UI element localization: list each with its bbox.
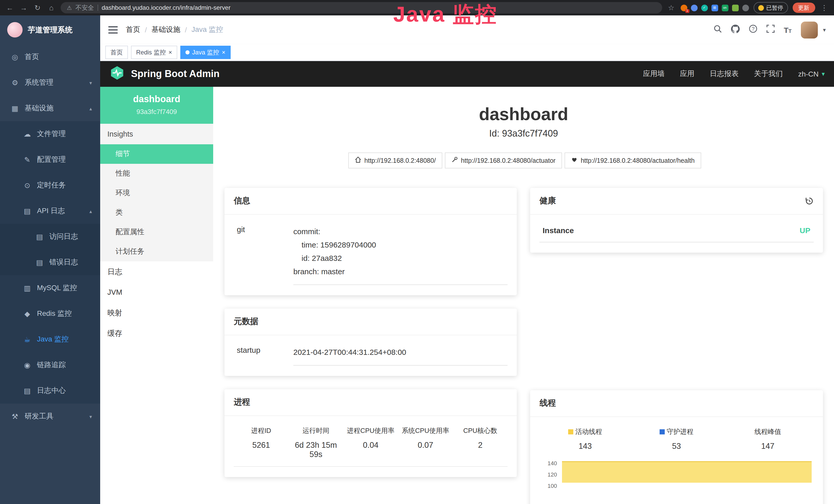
breadcrumb-item[interactable]: 首页 bbox=[126, 25, 140, 35]
timer-icon: ⊙ bbox=[23, 181, 32, 189]
sba-sidebar-item-logs[interactable]: 日志 bbox=[100, 261, 213, 282]
sba-sidebar-item-classes[interactable]: 类 bbox=[100, 203, 213, 222]
sba-sidebar-item-scheduled-tasks[interactable]: 计划任务 bbox=[100, 242, 213, 261]
extension-icon[interactable]: 1 bbox=[680, 4, 687, 11]
history-icon[interactable] bbox=[805, 197, 813, 205]
sba-sidebar-item-jvm[interactable]: JVM bbox=[100, 282, 213, 302]
not-secure-label[interactable]: 不安全 bbox=[75, 3, 94, 12]
sba-brand-title[interactable]: Spring Boot Admin bbox=[131, 68, 220, 79]
profile-paused-badge[interactable]: 已暂停 bbox=[753, 2, 788, 13]
sba-main-content: dashboard Id: 93a3fc7f7409 http://192.16… bbox=[213, 87, 834, 504]
sba-sidebar-item-metrics[interactable]: 性能 bbox=[100, 164, 213, 183]
url-text[interactable]: dashboard.yudao.iocoder.cn/infra/admin-s… bbox=[102, 4, 231, 11]
sidebar-item-tracing[interactable]: ◉ 链路追踪 bbox=[0, 352, 100, 378]
link-url: http://192.168.0.2:48080/actuator/health bbox=[581, 157, 695, 164]
extension-icon[interactable]: ⊞ bbox=[711, 4, 718, 11]
sidebar-item-java-monitor[interactable]: ☕ Java 监控 bbox=[0, 327, 100, 352]
sidebar-item-system-management[interactable]: ⚙ 系统管理 ▾ bbox=[0, 70, 100, 95]
sidebar-item-mysql-monitor[interactable]: ▥ MySQL 监控 bbox=[0, 275, 100, 301]
close-icon[interactable]: × bbox=[222, 49, 225, 55]
language-selector[interactable]: zh-CN ▾ bbox=[798, 70, 825, 78]
home-icon[interactable]: ⌂ bbox=[47, 4, 56, 12]
extension-icon[interactable] bbox=[691, 4, 697, 11]
sidebar-item-scheduled-jobs[interactable]: ⊙ 定时任务 bbox=[0, 173, 100, 198]
legend-label[interactable]: 守护进程 bbox=[631, 427, 722, 436]
sidebar-item-access-logs[interactable]: ▤ 访问日志 bbox=[0, 224, 100, 250]
sba-header: Spring Boot Admin 应用墙 应用 日志报表 关于我们 zh-CN… bbox=[100, 61, 834, 87]
sba-nav-about[interactable]: 关于我们 bbox=[754, 69, 783, 78]
sidebar-item-redis-monitor[interactable]: ◆ Redis 监控 bbox=[0, 301, 100, 327]
tab-home[interactable]: 首页 bbox=[105, 46, 128, 59]
chrome-update-button[interactable]: 更新 bbox=[792, 3, 815, 13]
app-logo[interactable]: 芋道管理系统 bbox=[0, 16, 100, 44]
help-icon[interactable]: ? bbox=[749, 25, 757, 35]
tags-view: 首页 Redis 监控 × Java 监控 × bbox=[100, 44, 834, 61]
sidebar-item-config-management[interactable]: ✎ 配置管理 bbox=[0, 147, 100, 173]
user-avatar[interactable] bbox=[801, 21, 818, 38]
search-icon[interactable] bbox=[713, 25, 722, 35]
card-title: 信息 bbox=[224, 188, 517, 215]
instance-header[interactable]: dashboard 93a3fc7f7409 bbox=[100, 87, 213, 124]
sba-nav-wallboard[interactable]: 应用墙 bbox=[643, 69, 665, 78]
sba-nav-applications[interactable]: 应用 bbox=[680, 69, 695, 78]
metadata-row-label: startup bbox=[234, 346, 293, 366]
info-row-value: commit: time: 1596289704000 id: 27aa832 … bbox=[293, 225, 508, 285]
sidebar-item-home[interactable]: ◎ 首页 bbox=[0, 44, 100, 70]
extension-icon[interactable]: on bbox=[722, 4, 728, 11]
extension-icon[interactable] bbox=[742, 4, 749, 11]
fullscreen-icon[interactable] bbox=[766, 25, 774, 35]
sidebar-item-label: Java 监控 bbox=[37, 335, 69, 344]
sidebar-item-file-management[interactable]: ☁ 文件管理 bbox=[0, 121, 100, 147]
profile-avatar-icon bbox=[758, 5, 764, 10]
chevron-up-icon: ▴ bbox=[89, 208, 92, 214]
tab-redis-monitor[interactable]: Redis 监控 × bbox=[131, 46, 177, 59]
forward-icon[interactable]: → bbox=[19, 4, 28, 12]
sidebar-item-api-logs[interactable]: ▤ API 日志 ▴ bbox=[0, 198, 100, 224]
browser-menu-dots-icon[interactable]: ⋮ bbox=[820, 4, 829, 12]
health-url-link[interactable]: http://192.168.0.2:48080/actuator/health bbox=[565, 153, 701, 168]
cell-value: 6d 23h 15m 59s bbox=[288, 441, 343, 459]
close-icon[interactable]: × bbox=[169, 49, 172, 55]
sba-sidebar-section-insights[interactable]: Insights bbox=[100, 124, 213, 144]
sidebar-item-label: 基础设施 bbox=[25, 104, 53, 113]
info-row-label: git bbox=[234, 225, 293, 285]
tab-label: Redis 监控 bbox=[136, 48, 166, 57]
reload-icon[interactable]: ↻ bbox=[33, 4, 42, 12]
sba-nav-journal[interactable]: 日志报表 bbox=[710, 69, 739, 78]
cell-value: 0.07 bbox=[398, 441, 453, 459]
sba-sidebar-item-environment[interactable]: 环境 bbox=[100, 183, 213, 203]
legend-swatch-icon bbox=[568, 429, 573, 434]
extension-icon[interactable]: ✓ bbox=[701, 4, 708, 11]
github-icon[interactable] bbox=[731, 24, 740, 35]
sidebar-item-infrastructure[interactable]: ▦ 基础设施 ▴ bbox=[0, 95, 100, 121]
sba-sidebar-item-mappings[interactable]: 映射 bbox=[100, 302, 213, 323]
breadcrumb-item[interactable]: 基础设施 bbox=[152, 25, 180, 35]
active-threads-area bbox=[562, 461, 812, 483]
sba-sidebar-item-config-props[interactable]: 配置属性 bbox=[100, 222, 213, 242]
sba-logo-icon bbox=[109, 65, 125, 83]
bookmark-star-icon[interactable]: ☆ bbox=[666, 4, 676, 12]
back-icon[interactable]: ← bbox=[5, 4, 14, 12]
caret-down-icon[interactable]: ▾ bbox=[823, 26, 826, 33]
link-url: http://192.168.0.2:48080/ bbox=[365, 157, 436, 164]
sidebar-item-label: 链路追踪 bbox=[37, 361, 66, 370]
tab-java-monitor[interactable]: Java 监控 × bbox=[180, 46, 231, 59]
address-bar[interactable]: ⚠ 不安全 dashboard.yudao.iocoder.cn/infra/a… bbox=[61, 2, 662, 13]
hamburger-icon[interactable] bbox=[108, 26, 118, 33]
sba-sidebar-item-details[interactable]: 细节 bbox=[100, 144, 213, 164]
sba-sidebar-item-caches[interactable]: 缓存 bbox=[100, 323, 213, 344]
legend-label[interactable]: 活动线程 bbox=[540, 427, 631, 436]
browser-chrome: ← → ↻ ⌂ ⚠ 不安全 dashboard.yudao.iocoder.cn… bbox=[0, 0, 834, 16]
sidebar-item-log-center[interactable]: ▤ 日志中心 bbox=[0, 378, 100, 404]
sidebar-item-error-logs[interactable]: ▤ 错误日志 bbox=[0, 250, 100, 275]
service-url-link[interactable]: http://192.168.0.2:48080/ bbox=[349, 153, 443, 168]
admin-sidebar: 芋道管理系统 ◎ 首页 ⚙ 系统管理 ▾ ▦ 基础设施 ▴ ☁ 文件管理 ✎ bbox=[0, 16, 100, 504]
actuator-url-link[interactable]: http://192.168.0.2:48080/actuator bbox=[445, 153, 562, 168]
dashboard-icon: ◎ bbox=[10, 53, 20, 61]
font-size-icon[interactable]: TT bbox=[784, 25, 792, 34]
extension-icon[interactable] bbox=[732, 4, 739, 11]
sidebar-item-dev-tools[interactable]: ⚒ 研发工具 ▾ bbox=[0, 404, 100, 429]
sidebar-item-label: API 日志 bbox=[37, 206, 65, 216]
legend-text: 线程峰值 bbox=[754, 427, 781, 436]
process-card: 进程 进程ID 运行时间 进程CPU使用率 系统CPU使用率 CPU核心数 52… bbox=[224, 389, 517, 477]
